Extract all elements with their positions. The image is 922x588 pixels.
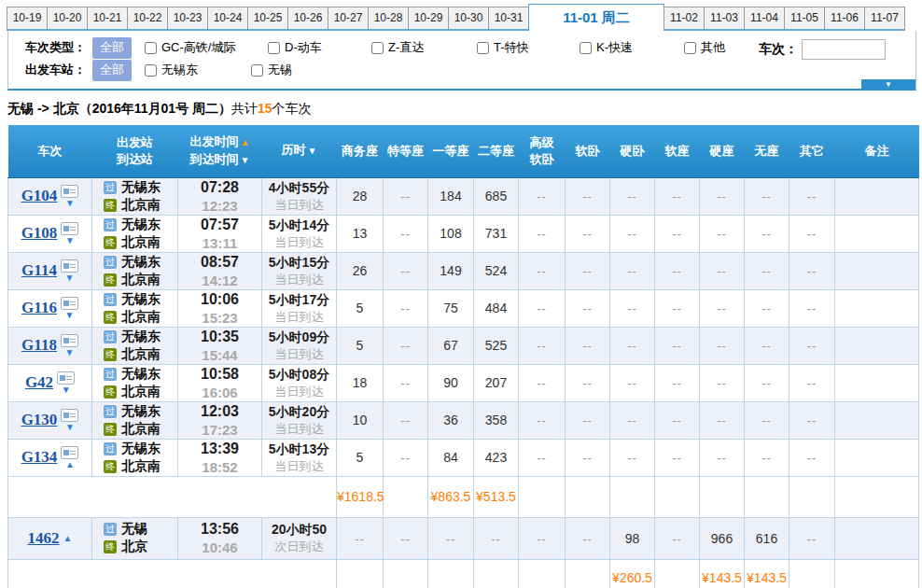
date-tab[interactable]: 10-20 bbox=[47, 7, 88, 31]
collapse-filter-button[interactable]: ▼ bbox=[861, 79, 915, 91]
train-info-card-icon[interactable] bbox=[61, 185, 78, 198]
price-cell bbox=[384, 476, 428, 517]
train-info-card-icon[interactable] bbox=[61, 334, 78, 347]
expand-price-icon[interactable]: ▼ bbox=[64, 348, 74, 357]
date-tab[interactable]: 11-04 bbox=[744, 7, 785, 31]
expand-price-icon[interactable]: ▼ bbox=[65, 236, 75, 245]
seat-count-cell: -- bbox=[610, 364, 655, 401]
time-cell: 13:5610:46 bbox=[178, 517, 262, 559]
sort-desc-icon[interactable]: ▼ bbox=[241, 155, 250, 165]
table-body: G104▼过无锡东终北京南07:2812:234小时55分当日到达28--184… bbox=[8, 177, 919, 588]
date-tab[interactable]: 10-28 bbox=[368, 7, 409, 31]
seat-count-cell: 84 bbox=[428, 439, 474, 476]
train-type-checkbox[interactable] bbox=[145, 42, 157, 54]
date-tab[interactable]: 10-24 bbox=[207, 7, 248, 31]
date-tab[interactable]: 10-27 bbox=[328, 7, 369, 31]
train-number-link[interactable]: G134 bbox=[21, 448, 58, 467]
seat-count-cell: 525 bbox=[474, 327, 519, 364]
time-cell: 08:5714:12 bbox=[178, 252, 262, 289]
arrival-day-note: 当日到达 bbox=[262, 234, 336, 251]
duration-value: 5小时09分 bbox=[262, 329, 336, 346]
date-tab-selected[interactable]: 11-01 周二 bbox=[528, 4, 664, 31]
depart-station-name: 无锡东 bbox=[121, 403, 161, 420]
arrive-time: 14:12 bbox=[178, 272, 261, 289]
seat-count-cell: 184 bbox=[428, 177, 474, 215]
date-tab[interactable]: 10-19 bbox=[7, 7, 48, 31]
train-number-link[interactable]: G118 bbox=[21, 336, 57, 355]
date-tab[interactable]: 10-21 bbox=[87, 7, 128, 31]
no-seat-dash: -- bbox=[582, 301, 593, 315]
train-number-link[interactable]: G42 bbox=[25, 373, 53, 392]
filter-panel: 车次类型： 全部 GC-高铁/城际D-动车Z-直达T-特快K-快速其他 出发车站… bbox=[7, 31, 916, 91]
time-cell: 10:3515:44 bbox=[178, 327, 262, 364]
expand-price-icon[interactable]: ▼ bbox=[64, 311, 74, 320]
train-number-link[interactable]: G108 bbox=[21, 224, 58, 243]
train-type-checkbox[interactable] bbox=[268, 42, 280, 54]
sort-desc-icon[interactable]: ▼ bbox=[308, 146, 317, 156]
train-number-link[interactable]: G130 bbox=[21, 411, 58, 429]
date-tab[interactable]: 10-25 bbox=[247, 7, 288, 31]
date-tab[interactable]: 11-05 bbox=[784, 7, 825, 31]
summary-count-prefix: 共计 bbox=[231, 101, 258, 116]
no-seat-dash: -- bbox=[717, 227, 727, 241]
seat-count-cell: 5 bbox=[337, 289, 384, 327]
depart-station-options: 无锡东无锡 bbox=[132, 62, 292, 78]
train-number-cell: G114▼ bbox=[8, 252, 92, 289]
train-info-card-icon[interactable] bbox=[61, 259, 78, 273]
train-number-link[interactable]: G114 bbox=[21, 261, 57, 280]
seat-count-cell: 685 bbox=[474, 177, 519, 215]
train-number-cell: G134▲ bbox=[8, 439, 92, 476]
date-tab[interactable]: 10-31 bbox=[488, 7, 529, 31]
seat-count: 149 bbox=[440, 263, 461, 278]
date-tab[interactable]: 10-23 bbox=[167, 7, 208, 31]
train-number-input[interactable] bbox=[802, 39, 886, 60]
train-info-card-icon[interactable] bbox=[61, 446, 78, 459]
train-type-all-button[interactable]: 全部 bbox=[92, 37, 132, 59]
depart-station-checkbox[interactable] bbox=[251, 64, 263, 77]
seat-count-cell: -- bbox=[655, 327, 700, 364]
duration-cell: 5小时09分当日到达 bbox=[262, 327, 337, 364]
column-header[interactable]: 历时▼ bbox=[262, 125, 337, 177]
date-tab[interactable]: 10-29 bbox=[408, 7, 449, 31]
depart-station-all-button[interactable]: 全部 bbox=[92, 60, 132, 81]
seat-count-cell: 36 bbox=[428, 401, 474, 439]
arrival-day-note: 当日到达 bbox=[262, 346, 336, 363]
sort-asc-icon[interactable]: ▲ bbox=[241, 137, 250, 147]
seat-count-cell bbox=[835, 439, 919, 476]
train-number-link[interactable]: G104 bbox=[21, 187, 58, 205]
expand-price-icon[interactable]: ▼ bbox=[62, 385, 71, 395]
seat-count: 5 bbox=[356, 338, 364, 353]
seat-count: 84 bbox=[443, 450, 458, 465]
date-tab[interactable]: 10-26 bbox=[287, 7, 328, 31]
train-number-link[interactable]: G116 bbox=[21, 299, 57, 317]
expand-price-icon[interactable]: ▼ bbox=[65, 199, 75, 208]
expand-price-icon[interactable]: ▼ bbox=[65, 423, 75, 432]
date-tab[interactable]: 11-07 bbox=[864, 7, 905, 31]
collapse-price-icon[interactable]: ▲ bbox=[63, 534, 73, 543]
train-type-checkbox[interactable] bbox=[684, 42, 696, 54]
arrival-day-note: 当日到达 bbox=[262, 421, 336, 438]
date-tab[interactable]: 10-22 bbox=[127, 7, 168, 31]
train-number-link[interactable]: 1462 bbox=[28, 529, 60, 548]
seat-count: 75 bbox=[443, 301, 458, 315]
depart-time: 12:03 bbox=[178, 402, 261, 421]
train-info-card-icon[interactable] bbox=[61, 409, 78, 422]
date-tab[interactable]: 11-06 bbox=[824, 7, 865, 31]
depart-station-checkbox[interactable] bbox=[145, 64, 157, 77]
train-info-card-icon[interactable] bbox=[61, 222, 78, 235]
date-tab[interactable]: 11-03 bbox=[704, 7, 745, 31]
train-info-card-icon[interactable] bbox=[61, 297, 78, 310]
expand-price-icon[interactable]: ▼ bbox=[64, 273, 74, 283]
no-seat-dash: -- bbox=[400, 413, 411, 427]
arrive-station-name: 北京南 bbox=[121, 234, 161, 251]
train-type-checkbox[interactable] bbox=[580, 42, 592, 54]
date-tab[interactable]: 11-02 bbox=[664, 7, 705, 31]
train-info-card-icon[interactable] bbox=[57, 371, 75, 385]
column-header[interactable]: 出发时间▲到达时间▼ bbox=[178, 125, 262, 177]
collapse-price-icon[interactable]: ▲ bbox=[65, 460, 75, 469]
time-cell: 07:2812:23 bbox=[178, 177, 262, 215]
train-type-checkbox[interactable] bbox=[477, 42, 489, 54]
train-type-checkbox[interactable] bbox=[371, 42, 384, 54]
date-tab[interactable]: 10-30 bbox=[448, 7, 489, 31]
seat-count-cell: -- bbox=[610, 177, 655, 215]
